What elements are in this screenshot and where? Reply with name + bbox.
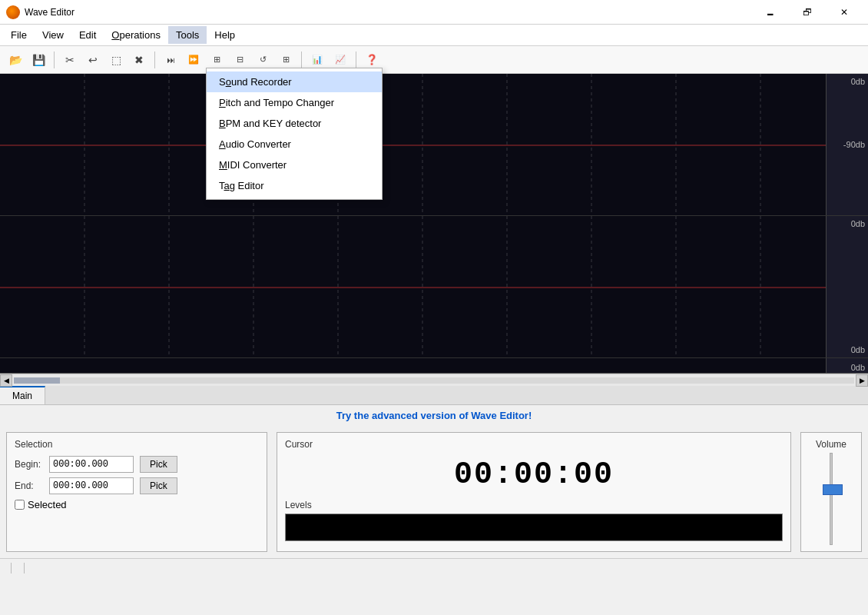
volume-slider-container xyxy=(809,453,853,545)
toolbar-sep-2 xyxy=(154,52,155,68)
menu-help[interactable]: Help xyxy=(207,26,243,44)
wave-area[interactable]: 0db -90db x 0db x 0db xyxy=(0,74,868,374)
db-scale-2: 0db x 0db xyxy=(826,216,868,357)
menu-file[interactable]: File xyxy=(3,26,35,44)
selected-checkbox[interactable] xyxy=(15,500,25,510)
close-button[interactable]: ✕ xyxy=(827,1,862,24)
menu-tools[interactable]: Tools xyxy=(168,26,207,44)
menu-bar: File View Edit Operations Tools Help xyxy=(0,25,868,46)
selected-row: Selected xyxy=(15,499,259,510)
db-label-0db-2: 0db xyxy=(830,219,865,228)
toolbar-sep-3 xyxy=(301,52,302,68)
tools-dropdown-menu: Sound Recorder Pitch and Tempo Changer B… xyxy=(206,68,383,200)
cursor-group: Cursor 00:00:00 Levels xyxy=(277,432,791,552)
window-controls: 🗕 🗗 ✕ xyxy=(753,1,862,24)
cursor-time: 00:00:00 xyxy=(285,457,783,492)
scroll-track[interactable] xyxy=(14,377,854,384)
promo-bar[interactable]: Try the advanced version of Wave Editor! xyxy=(0,405,868,426)
menu-bpm-key[interactable]: BPM and KEY detector xyxy=(207,113,382,134)
toolbar: 📂 💾 ✂ ↩ ⬚ ✖ ⏭ ⏩ ⊞ ⊟ ↺ ⊞ 📊 📈 ❓ xyxy=(0,46,868,74)
maximize-button[interactable]: 🗗 xyxy=(790,1,825,24)
play-button[interactable]: ⏩ xyxy=(183,49,204,71)
begin-input[interactable] xyxy=(49,456,134,473)
db-label-0db-1: 0db xyxy=(830,77,865,86)
begin-label: Begin: xyxy=(15,459,49,470)
volume-thumb[interactable] xyxy=(823,484,843,495)
end-row: End: Pick xyxy=(15,477,259,494)
toolbar-sep-4 xyxy=(356,52,356,68)
cursor-title: Cursor xyxy=(285,439,783,450)
volume-group: Volume xyxy=(800,432,862,552)
delete-button[interactable]: ✖ xyxy=(128,49,150,71)
menu-view[interactable]: View xyxy=(35,26,71,44)
levels-bar xyxy=(285,514,783,541)
db-label-0db-2b: 0db xyxy=(830,345,865,354)
db-label-0db-3: 0db xyxy=(830,363,865,372)
volume-label: Volume xyxy=(816,439,846,450)
scroll-right-button[interactable]: ▶ xyxy=(856,374,868,387)
selection-title: Selection xyxy=(15,439,259,450)
status-bar xyxy=(0,558,868,577)
wave-track-1 xyxy=(0,74,826,215)
controls-area: Selection Begin: Pick End: Pick Selected… xyxy=(0,426,868,558)
selection-group: Selection Begin: Pick End: Pick Selected xyxy=(6,432,267,552)
end-pick-button[interactable]: Pick xyxy=(140,477,177,494)
menu-sound-recorder[interactable]: Sound Recorder xyxy=(207,71,382,92)
status-sep-2 xyxy=(24,563,25,573)
horizontal-scrollbar[interactable]: ◀ ▶ xyxy=(0,374,868,386)
scroll-thumb[interactable] xyxy=(14,377,60,384)
menu-pitch-tempo[interactable]: Pitch and Tempo Changer xyxy=(207,92,382,113)
menu-audio-converter[interactable]: Audio Converter xyxy=(207,134,382,155)
copy-button[interactable]: ⬚ xyxy=(105,49,127,71)
menu-midi-converter[interactable]: MIDI Converter xyxy=(207,155,382,175)
end-input[interactable] xyxy=(49,477,134,494)
db-scale-3: 0db xyxy=(826,358,868,374)
status-sep-1 xyxy=(11,563,12,573)
cut-button[interactable]: ✂ xyxy=(59,49,81,71)
db-scale-1: 0db -90db x xyxy=(826,74,868,215)
menu-edit[interactable]: Edit xyxy=(71,26,104,44)
selected-label: Selected xyxy=(28,499,67,510)
volume-track[interactable] xyxy=(830,453,833,545)
wave-track-2 xyxy=(0,216,826,357)
begin-pick-button[interactable]: Pick xyxy=(140,456,177,473)
minimize-button[interactable]: 🗕 xyxy=(753,1,788,24)
open-button[interactable]: 📂 xyxy=(5,49,26,71)
title-text: Wave Editor xyxy=(25,7,753,18)
levels-label: Levels xyxy=(285,500,783,510)
save-button[interactable]: 💾 xyxy=(28,49,49,71)
menu-operations[interactable]: Operations xyxy=(104,26,168,44)
play-to-end-button[interactable]: ⏭ xyxy=(160,49,181,71)
tab-main[interactable]: Main xyxy=(0,386,45,404)
end-label: End: xyxy=(15,480,49,491)
undo-button[interactable]: ↩ xyxy=(82,49,104,71)
menu-tag-editor[interactable]: Tag Editor xyxy=(207,175,382,196)
begin-row: Begin: Pick xyxy=(15,456,259,473)
bottom-panel: Main Try the advanced version of Wave Ed… xyxy=(0,386,868,558)
scroll-left-button[interactable]: ◀ xyxy=(0,374,12,387)
db-label-90db-1: -90db xyxy=(830,140,865,149)
app-icon xyxy=(6,5,20,19)
title-bar: Wave Editor 🗕 🗗 ✕ xyxy=(0,0,868,25)
toolbar-sep-1 xyxy=(54,52,55,68)
tab-bar: Main xyxy=(0,386,868,405)
